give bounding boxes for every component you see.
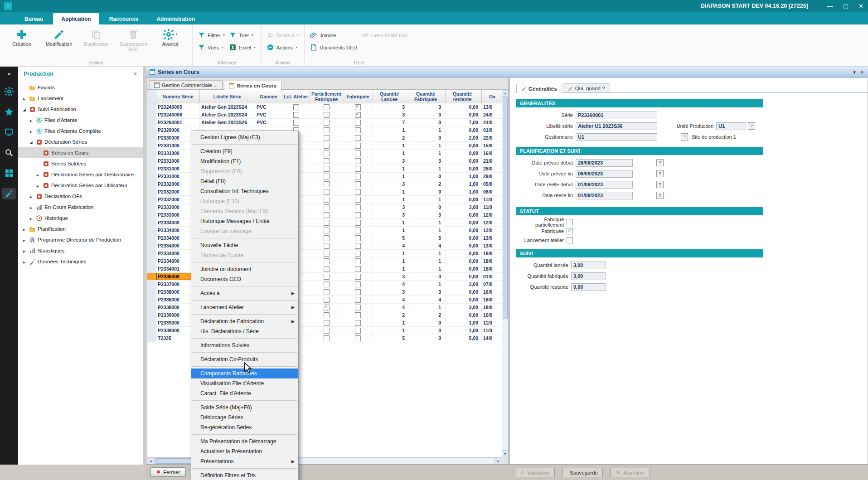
tree-item[interactable]: Déclaration OFs: [18, 191, 143, 202]
vues-button[interactable]: Vues▾: [198, 44, 225, 51]
tree-item[interactable]: Données Techniques: [18, 256, 143, 267]
footer-button[interactable]: ⊘ Abandon: [610, 468, 650, 477]
menu-item[interactable]: Modification (F1) ▶: [191, 156, 298, 166]
window-close-icon[interactable]: ✕: [860, 69, 864, 75]
menu-item[interactable]: Solde Série (Maj+F6) ▶: [191, 402, 298, 412]
scroll-right-icon[interactable]: ►: [495, 458, 502, 464]
row-gutter[interactable]: [147, 103, 156, 111]
menu-item[interactable]: Présentations ▶: [191, 456, 298, 466]
collapse-sidebar-button[interactable]: «: [7, 70, 10, 77]
tree-expand-icon[interactable]: [29, 128, 34, 134]
tree-item[interactable]: Statistiques: [18, 245, 143, 256]
grid-header-quantite-restante[interactable]: Quantité restante: [446, 90, 482, 103]
vertical-scrollbar[interactable]: ▲ ▼: [502, 90, 508, 457]
checkbox-icon[interactable]: [567, 237, 573, 243]
row-gutter[interactable]: [147, 242, 156, 249]
tree-item[interactable]: Suivi Fabrication: [18, 104, 143, 115]
tree-item[interactable]: Déclaration Séries par Utilisateur: [18, 180, 143, 191]
row-gutter[interactable]: [147, 157, 156, 165]
menu-item[interactable]: Eléments Récents (Maj+F8) ▶: [191, 206, 298, 216]
actions-button[interactable]: Actions▾: [267, 44, 299, 51]
tree-expand-icon[interactable]: [22, 96, 27, 101]
help-button[interactable]: ?: [656, 170, 664, 177]
creation-button[interactable]: Création: [5, 27, 38, 48]
menu-item[interactable]: ▶: [192, 338, 297, 339]
desktop-module-button[interactable]: [2, 126, 16, 138]
menu-item[interactable]: Historique (F10) ▶: [191, 196, 298, 206]
details-tab[interactable]: Généralités: [516, 84, 562, 93]
row-gutter[interactable]: [147, 219, 156, 226]
menu-item[interactable]: Consultation Inf. Techniques ▶: [191, 186, 298, 196]
row-gutter[interactable]: [147, 134, 156, 141]
quantite-field[interactable]: 3,00: [571, 272, 606, 280]
tree-item[interactable]: Historique: [18, 213, 143, 223]
menu-item[interactable]: Détail (F8) ▶: [191, 176, 298, 186]
row-gutter[interactable]: [147, 165, 156, 172]
menu-item[interactable]: ▶: [192, 238, 297, 238]
menu-item[interactable]: ▶: [192, 352, 297, 353]
row-gutter[interactable]: [147, 188, 156, 195]
excel-button[interactable]: Excel▾: [229, 44, 256, 51]
footer-button[interactable]: Sauvegarde: [562, 468, 603, 477]
tree-expand-icon[interactable]: [22, 237, 27, 242]
table-row[interactable]: P23240006 Atelier Gen 2023S24 PVC 3 3 0,…: [147, 111, 502, 119]
grid-header-quantite-fabriquee[interactable]: Quantité Fabriquée: [409, 90, 446, 103]
details-tab[interactable]: Qui, quand ?: [563, 83, 610, 92]
row-gutter[interactable]: [147, 311, 156, 319]
joindre-button[interactable]: Joindre: [310, 32, 357, 39]
tree-item[interactable]: Lancement: [18, 93, 143, 104]
help-button[interactable]: ?: [656, 181, 664, 188]
row-gutter[interactable]: [147, 111, 156, 118]
menu-item[interactable]: Historique Messages / Entité ▶: [191, 216, 298, 226]
tree-expand-icon[interactable]: [29, 194, 34, 199]
filtrer-button[interactable]: Filtrer▾: [198, 32, 225, 39]
menu-item[interactable]: Création (F9) ▶: [191, 146, 298, 156]
serie-field[interactable]: P23360001: [576, 112, 657, 119]
grid-header-gamme[interactable]: Gamme: [255, 90, 282, 103]
menu-item[interactable]: Gestion Lignes (Maj+F3) ▶: [191, 132, 298, 142]
modification-button[interactable]: Modification: [43, 27, 75, 48]
row-gutter[interactable]: [147, 173, 156, 180]
tree-expand-icon[interactable]: [22, 259, 27, 264]
menu-item[interactable]: Documents GED ▶: [191, 274, 298, 284]
menu-item[interactable]: Tâches de l'Entité ▶: [191, 250, 298, 260]
tree-item[interactable]: Files d'Attente: [18, 115, 143, 126]
scroll-down-icon[interactable]: ▼: [502, 450, 508, 457]
menu-item[interactable]: Nouvelle Tâche ▶: [191, 240, 298, 250]
row-gutter[interactable]: [147, 142, 156, 149]
minimize-button[interactable]: —: [827, 3, 833, 10]
tree-expand-icon[interactable]: [35, 172, 40, 177]
table-row[interactable]: P23260001 Atelier Gen 2023S26 PVC 7 0 7,…: [147, 119, 502, 126]
row-gutter[interactable]: [147, 150, 156, 157]
footer-button[interactable]: ✓ Validation: [515, 468, 555, 477]
tree-expand-icon[interactable]: [22, 248, 27, 253]
date-field[interactable]: 01/08/2023: [576, 181, 633, 189]
menu-item[interactable]: ▶: [192, 300, 297, 301]
tree-item[interactable]: Planification: [18, 223, 143, 234]
row-gutter[interactable]: [147, 319, 156, 326]
grid-header-numero-serie[interactable]: Numéro Série: [156, 90, 200, 103]
tree-item[interactable]: Files d'Attente Complète: [18, 126, 143, 136]
tree-expand-icon[interactable]: [22, 107, 27, 112]
menu-item[interactable]: Caract. File d'Attente ▶: [191, 388, 298, 398]
tree-item[interactable]: Programme Directeur de Production: [18, 234, 143, 245]
sidebar-close-icon[interactable]: ✕: [133, 71, 137, 77]
row-gutter[interactable]: [147, 288, 156, 296]
menu-tab[interactable]: Administration: [148, 13, 203, 24]
settings-module-button[interactable]: [2, 86, 16, 97]
duplication-button[interactable]: Duplication: [80, 27, 112, 48]
suppression-button[interactable]: Suppression (F6): [117, 27, 150, 54]
row-gutter[interactable]: [147, 180, 156, 188]
row-gutter[interactable]: [147, 257, 156, 265]
menu-item[interactable]: Lancement Atelier ▶: [191, 302, 298, 312]
tree-item[interactable]: Séries en Cours: [18, 147, 143, 158]
window-collapse-icon[interactable]: ▾: [853, 69, 856, 75]
tree-expand-icon[interactable]: [35, 183, 40, 188]
fermer-button[interactable]: ✖ Fermer: [150, 467, 186, 477]
menu-item[interactable]: ▶: [192, 286, 297, 286]
maximize-button[interactable]: ▢: [843, 3, 849, 10]
favorites-module-button[interactable]: [2, 106, 16, 118]
menu-item[interactable]: Déblocage Séries ▶: [191, 412, 298, 422]
date-field[interactable]: 06/09/2023: [576, 170, 633, 178]
menu-item[interactable]: Envoyer un message ▶: [191, 226, 298, 236]
